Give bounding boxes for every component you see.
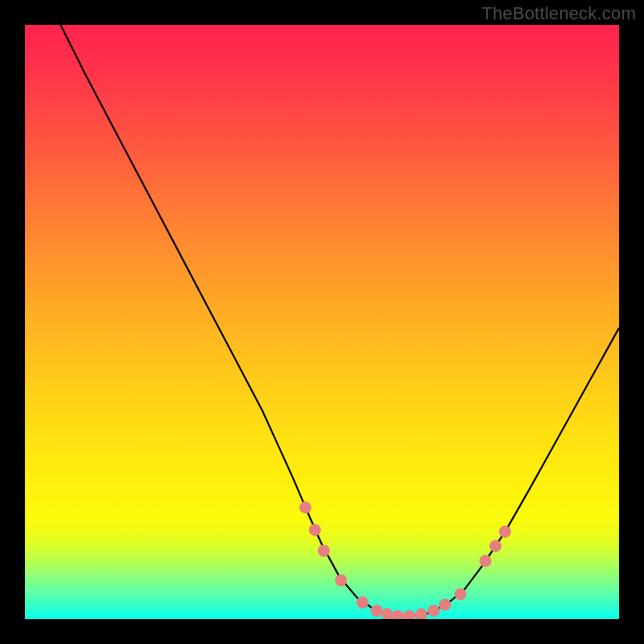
marker-point [439, 599, 451, 611]
marker-point [499, 526, 511, 538]
watermark-text: TheBottleneck.com [481, 3, 636, 24]
marker-point [309, 524, 321, 536]
marker-point [427, 605, 440, 617]
marker-point [357, 597, 369, 609]
marker-point [479, 555, 491, 567]
marker-point [370, 605, 382, 617]
marker-point [454, 588, 466, 601]
marker-point [392, 610, 404, 619]
bottleneck-curve [60, 25, 619, 616]
marker-point [318, 545, 330, 557]
chart-container: TheBottleneck.com [0, 0, 644, 644]
marker-point [415, 609, 427, 619]
marker-point [335, 575, 347, 587]
marker-point [489, 540, 502, 552]
marker-point [403, 610, 415, 619]
plot-area [25, 25, 619, 619]
marker-point [299, 502, 312, 514]
curve-layer [25, 25, 619, 619]
marker-point [382, 609, 394, 619]
